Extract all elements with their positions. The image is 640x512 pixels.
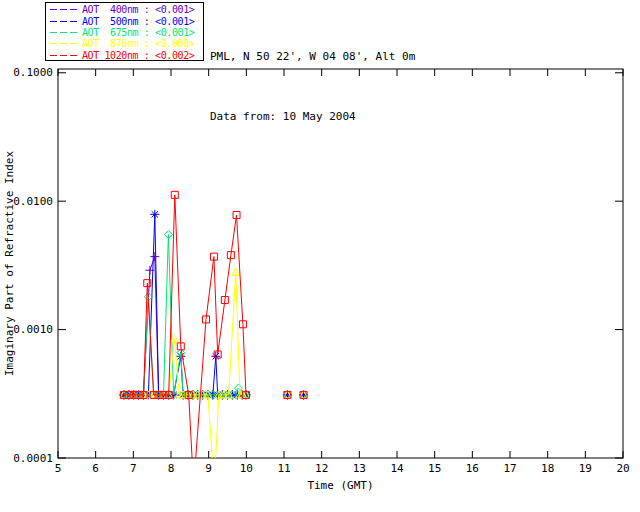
data-point-marker bbox=[150, 210, 159, 219]
x-tick-label: 13 bbox=[353, 462, 366, 475]
x-tick-label: 19 bbox=[579, 462, 592, 475]
x-axis-title: Time (GMT) bbox=[307, 479, 373, 492]
x-tick-label: 15 bbox=[428, 462, 441, 475]
x-tick-label: 8 bbox=[168, 462, 175, 475]
series-aot-1020 bbox=[120, 191, 307, 490]
legend-entry-label: AOT 675nm : <0.001> bbox=[82, 27, 194, 38]
plot-screen: PML, N 50 22', W 04 08', Alt 0m Data fro… bbox=[0, 0, 640, 512]
legend-row: AOT 500nm : <0.001> bbox=[50, 15, 203, 26]
series-line bbox=[124, 214, 246, 395]
x-tick-label: 5 bbox=[55, 462, 62, 475]
legend-dash-icon bbox=[50, 43, 79, 44]
x-tick-label: 14 bbox=[390, 462, 404, 475]
legend-row: AOT 1020nm : <0.002> bbox=[50, 50, 203, 61]
x-axis-ticks: 567891011121314151617181920 bbox=[55, 69, 630, 475]
x-tick-label: 18 bbox=[541, 462, 554, 475]
y-tick-label: 0.1000 bbox=[13, 66, 53, 79]
plot-frame bbox=[58, 69, 623, 458]
chart-svg: 5678910111213141516171819200.10000.01000… bbox=[0, 0, 640, 512]
legend-dash-icon bbox=[50, 21, 79, 22]
x-tick-label: 12 bbox=[315, 462, 328, 475]
x-tick-label: 7 bbox=[130, 462, 137, 475]
legend-row: AOT 675nm : <0.001> bbox=[50, 27, 203, 38]
legend-entry-label: AOT 500nm : <0.001> bbox=[82, 16, 194, 27]
legend-entry-label: AOT 400nm : <0.001> bbox=[82, 4, 194, 15]
legend-entry-label: AOT 870nm : <0.000> bbox=[82, 38, 194, 49]
x-tick-label: 11 bbox=[277, 462, 290, 475]
y-axis-ticks: 0.10000.01000.00100.0001 bbox=[13, 66, 623, 464]
legend-row: AOT 400nm : <0.001> bbox=[50, 4, 203, 15]
x-tick-label: 9 bbox=[205, 462, 212, 475]
x-tick-label: 16 bbox=[466, 462, 479, 475]
series-line bbox=[124, 272, 246, 486]
legend-row: AOT 870nm : <0.000> bbox=[50, 38, 203, 49]
data-point-marker bbox=[211, 352, 220, 361]
x-tick-label: 6 bbox=[92, 462, 99, 475]
x-tick-label: 20 bbox=[616, 462, 629, 475]
data-point-marker bbox=[150, 252, 159, 261]
data-point-marker bbox=[190, 483, 197, 490]
series-line bbox=[124, 195, 246, 487]
y-tick-label: 0.0010 bbox=[13, 323, 53, 336]
data-point-marker bbox=[210, 482, 218, 489]
legend-dash-icon bbox=[50, 55, 79, 56]
x-tick-label: 17 bbox=[503, 462, 516, 475]
y-axis-title: Imaginary Part of Refractive Index bbox=[3, 151, 16, 377]
y-tick-label: 0.0001 bbox=[13, 452, 53, 465]
legend-entry-label: AOT 1020nm : <0.002> bbox=[82, 50, 194, 61]
x-tick-label: 10 bbox=[240, 462, 253, 475]
y-tick-label: 0.0100 bbox=[13, 195, 53, 208]
legend-box: AOT 400nm : <0.001>AOT 500nm : <0.001>AO… bbox=[45, 2, 204, 61]
legend-dash-icon bbox=[50, 9, 79, 10]
legend-dash-icon bbox=[50, 32, 79, 33]
